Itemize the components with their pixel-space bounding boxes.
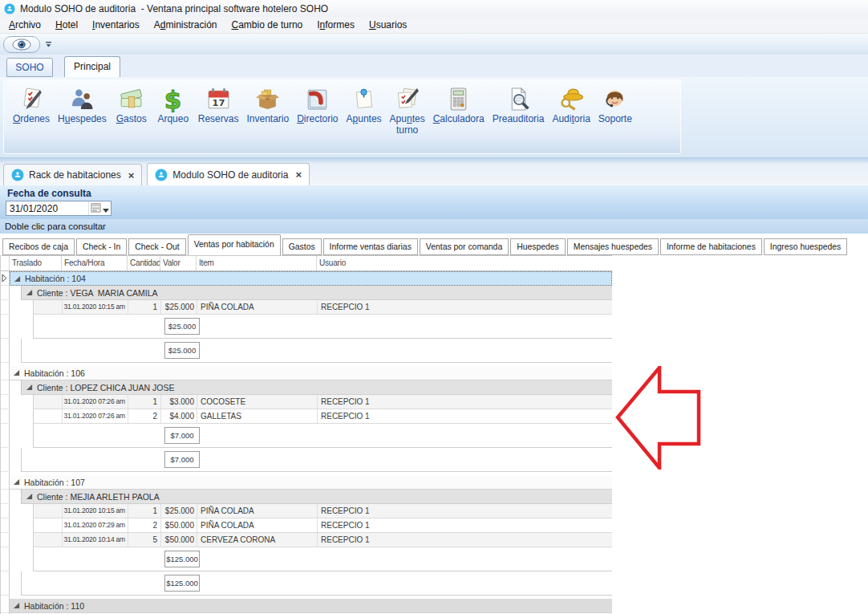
ribbon-button[interactable]: Gastos: [111, 83, 152, 125]
collapse-group-icon[interactable]: [14, 275, 21, 283]
row-indicator: [1, 424, 10, 448]
collapse-group-icon[interactable]: [13, 369, 20, 376]
view-tab-strip: Recibos de cajaCheck - InCheck - OutVent…: [0, 234, 868, 255]
ribbon-button-label: Huespedes: [58, 113, 107, 124]
view-tab[interactable]: Check - Out: [128, 238, 185, 255]
ribbon-button[interactable]: Apuntes turno: [386, 83, 429, 136]
ribbon-tab-soho[interactable]: SOHO: [6, 58, 53, 77]
room-group-label: Habitación : 104: [25, 274, 86, 283]
view-tab[interactable]: Informe de habitaciones: [660, 238, 762, 255]
ribbon-button-label: Directorio: [297, 113, 338, 124]
column-header-fecha[interactable]: Fecha/Hora: [62, 256, 128, 270]
date-picker-button[interactable]: [88, 201, 111, 215]
ribbon-button[interactable]: Inventario: [242, 83, 293, 125]
table-row[interactable]: 31.01.2020 10:15 am 1 $25.000 PIÑA COLAD…: [1, 504, 612, 518]
ribbon-button-label: Auditoria: [552, 113, 590, 124]
room-group-label: Habitación : 110: [24, 601, 84, 611]
group-total-value: $125.000: [164, 575, 200, 592]
ribbon-button-label: Ordenes: [13, 113, 50, 124]
view-tab[interactable]: Recibos de caja: [2, 238, 75, 255]
cell-cantidad: 2: [128, 518, 161, 532]
client-row[interactable]: Cliente : LOPEZ CHICA JUAN JOSE: [1, 380, 612, 395]
ribbon-button[interactable]: Auditoria: [548, 83, 594, 125]
cell-traslado: [34, 395, 63, 409]
ribbon-tab-principal[interactable]: Principal: [64, 56, 120, 77]
row-indicator: [1, 339, 10, 363]
menu-item[interactable]: Inventarios: [85, 17, 147, 33]
close-icon[interactable]: ×: [295, 169, 302, 181]
view-tab[interactable]: Huespedes: [510, 238, 566, 255]
client-row[interactable]: Cliente : MEJIA ARLETH PAOLA: [1, 490, 612, 504]
view-tab[interactable]: Mensajes huespedes: [567, 238, 659, 255]
menu-item[interactable]: Cambio de turno: [225, 17, 310, 33]
ribbon-button[interactable]: Soporte: [594, 83, 636, 125]
menu-item[interactable]: Hotel: [48, 17, 85, 33]
date-input[interactable]: 31/01/2020: [6, 201, 112, 216]
date-value[interactable]: 31/01/2020: [6, 203, 88, 214]
close-icon[interactable]: ×: [128, 169, 135, 181]
collapse-client-icon[interactable]: [26, 289, 33, 296]
ribbon-button-icon: [394, 84, 420, 113]
cell-valor: $25.000: [161, 300, 197, 314]
ribbon-button[interactable]: Apuntes: [343, 83, 386, 125]
menu-item[interactable]: Administración: [147, 17, 225, 33]
ribbon-button[interactable]: Huespedes: [54, 83, 111, 125]
view-tab[interactable]: Check - In: [76, 238, 127, 255]
ribbon-button[interactable]: Calculadora: [429, 83, 489, 125]
qat-more-icon[interactable]: [45, 41, 52, 48]
table-row[interactable]: 31.01.2020 07:26 am 2 $4.000 GALLETAS RE…: [1, 409, 612, 424]
client-subtotal-row: $125.000: [1, 547, 612, 571]
ribbon-button-icon: [18, 84, 45, 113]
table-row[interactable]: 31.01.2020 10:15 am 1 $25.000 PIÑA COLAD…: [1, 300, 612, 315]
collapse-group-icon[interactable]: [13, 478, 20, 486]
view-tab[interactable]: Informe ventas diarias: [323, 238, 418, 255]
column-header-valor[interactable]: Valor: [160, 256, 197, 270]
group-row[interactable]: Habitación : 110: [1, 599, 612, 613]
view-tab[interactable]: Ventas por comanda: [420, 238, 509, 255]
collapse-client-icon[interactable]: [26, 384, 33, 391]
ribbon-button-icon: $: [160, 84, 186, 113]
view-tab[interactable]: Ventas por habitación: [188, 234, 281, 255]
cell-fecha: 31.01.2020 10:15 am: [63, 504, 128, 518]
ribbon-button[interactable]: Ordenes: [9, 83, 54, 125]
menu-item[interactable]: Archivo: [2, 17, 48, 33]
row-indicator: [1, 271, 10, 286]
ribbon-button-icon: [558, 84, 585, 113]
menu-item[interactable]: Informes: [310, 17, 362, 33]
cell-traslado: [34, 300, 63, 314]
cell-item: GALLETAS: [197, 409, 318, 423]
view-tab[interactable]: Ingreso huespedes: [764, 238, 847, 255]
ribbon-button-icon: [304, 84, 331, 113]
view-tab[interactable]: Gastos: [282, 238, 322, 255]
row-indicator: [1, 409, 10, 424]
cell-cantidad: 1: [128, 504, 161, 518]
group-row[interactable]: Habitación : 107: [1, 475, 612, 490]
collapse-client-icon[interactable]: [26, 493, 33, 500]
eye-button[interactable]: [3, 36, 40, 53]
grid-header-indicator: [1, 256, 10, 270]
column-header-traslado[interactable]: Traslado: [10, 256, 62, 270]
table-row[interactable]: 31.01.2020 07:29 am 2 $50.000 PIÑA COLAD…: [1, 518, 612, 533]
ribbon-button-label: Apuntes: [347, 113, 382, 124]
document-tab[interactable]: Modulo SOHO de auditoria ×: [147, 163, 310, 185]
group-row[interactable]: Habitación : 104: [1, 271, 612, 286]
grid-body: Habitación : 104 Cliente : VEGA MARIA CA…: [1, 271, 612, 614]
column-header-usuario[interactable]: Usuario: [317, 256, 612, 270]
client-row[interactable]: Cliente : VEGA MARIA CAMILA: [1, 286, 612, 300]
ribbon-button-label: Calculadora: [433, 113, 485, 124]
sales-grid: Traslado Fecha/Hora Cantidad Valor Item …: [0, 255, 612, 614]
column-header-cantidad[interactable]: Cantidad: [128, 256, 160, 270]
column-header-item[interactable]: Item: [197, 256, 317, 270]
table-row[interactable]: 31.01.2020 07:26 am 1 $3.000 COCOSETE RE…: [1, 395, 612, 409]
menu-item[interactable]: Usuarios: [362, 17, 414, 33]
ribbon-button[interactable]: Preauditoria: [489, 83, 549, 125]
ribbon-button[interactable]: 17 Reservas: [194, 83, 243, 125]
group-total-row: $25.000: [1, 339, 612, 363]
ribbon-button[interactable]: Directorio: [293, 83, 342, 125]
group-row[interactable]: Habitación : 106: [1, 366, 612, 380]
collapse-group-icon[interactable]: [13, 602, 20, 609]
ribbon-button[interactable]: $ Arqueo: [152, 83, 194, 125]
document-tab[interactable]: Rack de habitaciones ×: [3, 164, 142, 185]
cell-valor: $3.000: [161, 395, 197, 409]
table-row[interactable]: 31.01.2020 10:14 am 5 $50.000 CERVEZA CO…: [1, 533, 612, 547]
